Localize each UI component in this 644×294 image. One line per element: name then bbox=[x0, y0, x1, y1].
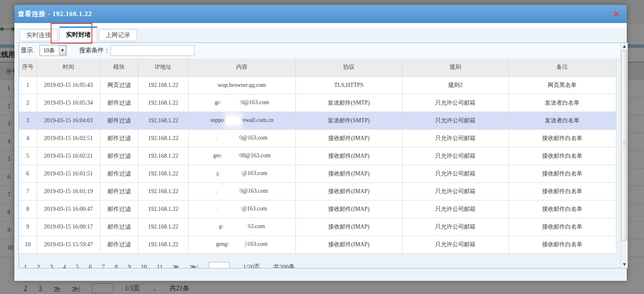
cell-ip: 192.168.1.22 bbox=[138, 76, 188, 94]
page-next[interactable]: ≫ bbox=[173, 263, 180, 268]
cell-protocol: 接收邮件(IMAP) bbox=[295, 218, 402, 236]
scroll-down-icon[interactable]: ▼ bbox=[621, 261, 628, 268]
content-scroll-panel: 显示 10条 ▼ 搜索条件： 序号时间模块IP地址内容协议规则备注 12019-… bbox=[19, 42, 628, 268]
cell-module: 邮件过滤 bbox=[100, 236, 138, 253]
cell-remark: 接收邮件白名单 bbox=[508, 218, 616, 236]
column-header: 规则 bbox=[402, 58, 508, 76]
tab-1[interactable]: 实时连接 bbox=[20, 29, 58, 41]
scrollbar-grip bbox=[623, 142, 626, 145]
page-link[interactable]: 6 bbox=[89, 264, 92, 269]
cell-no: 4 bbox=[19, 129, 37, 147]
page-link[interactable]: 7 bbox=[102, 264, 105, 269]
cell-rule: 只允许公司邮箱 bbox=[402, 218, 508, 236]
cell-remark: 网页黑名单 bbox=[508, 76, 616, 94]
page-input[interactable] bbox=[209, 262, 229, 268]
table-row[interactable]: 52019-03-15 16:02:21邮件过滤192.168.1.22geng… bbox=[19, 147, 616, 165]
column-header: 备注 bbox=[508, 58, 616, 76]
cell-protocol: 发送邮件(SMTP) bbox=[295, 112, 402, 129]
tab-2[interactable]: 实时封堵 bbox=[59, 26, 97, 41]
cell-module: 邮件过滤 bbox=[100, 218, 138, 236]
cell-no: 1 bbox=[19, 76, 37, 94]
cell-protocol: 接收邮件(IMAP) bbox=[295, 200, 402, 218]
cell-ip: 192.168.1.22 bbox=[138, 112, 188, 129]
cell-module: 邮件过滤 bbox=[100, 129, 138, 147]
close-icon[interactable]: ✕ bbox=[613, 9, 620, 19]
tab-bar: 实时连接实时封堵上网记录 bbox=[20, 26, 138, 41]
scroll-up-icon[interactable]: ▲ bbox=[621, 43, 628, 50]
cell-rule: 只允许公司邮箱 bbox=[402, 165, 508, 182]
redaction-blur bbox=[220, 98, 241, 108]
search-input[interactable] bbox=[110, 45, 194, 56]
table-row[interactable]: 92019-03-15 16:00:17邮件过滤192.168.1.22gw16… bbox=[19, 218, 616, 236]
cell-time: 2019-03-15 16:05:34 bbox=[37, 94, 100, 112]
table-row[interactable]: 12019-03-15 16:05:43网页过滤192.168.1.22wup.… bbox=[19, 76, 616, 94]
cell-content: gengw@163.com bbox=[188, 236, 295, 253]
page-link[interactable]: 8 bbox=[115, 264, 118, 269]
cell-module: 网页过滤 bbox=[100, 76, 138, 94]
page-link[interactable]: 4 bbox=[63, 264, 66, 269]
cell-remark: 接收邮件白名单 bbox=[508, 200, 616, 218]
chevron-down-icon[interactable]: ▼ bbox=[59, 46, 66, 55]
column-header: 内容 bbox=[188, 58, 295, 76]
filter-row: 显示 10条 ▼ 搜索条件： bbox=[19, 43, 628, 58]
cell-rule: 只允许公司邮箱 bbox=[402, 112, 508, 129]
cell-content: gw163.com bbox=[188, 218, 295, 236]
cell-module: 邮件过滤 bbox=[100, 147, 138, 165]
cell-time: 2019-03-15 16:04:03 bbox=[37, 112, 100, 129]
cell-content: gen00@163.com bbox=[188, 94, 295, 112]
cell-protocol: 发送邮件(SMTP) bbox=[295, 94, 402, 112]
page-link[interactable]: 10 bbox=[141, 264, 147, 269]
dialog-titlebar: 查看连接 - 192.168.1.22 ✕ bbox=[14, 5, 627, 23]
vertical-scrollbar[interactable]: ▲ ▼ bbox=[621, 43, 628, 268]
cell-ip: 192.168.1.22 bbox=[138, 218, 188, 236]
page-link[interactable]: 3 bbox=[50, 264, 53, 269]
cell-time: 2019-03-15 16:05:43 bbox=[37, 76, 100, 94]
cell-module: 邮件过滤 bbox=[100, 94, 138, 112]
table-row[interactable]: 32019-03-15 16:04:03邮件过滤192.168.1.22supp… bbox=[19, 112, 616, 129]
column-header: 时间 bbox=[37, 58, 100, 76]
table-row[interactable]: 102019-03-15 15:59:47邮件过滤192.168.1.22gen… bbox=[19, 236, 616, 253]
cell-no: 8 bbox=[19, 200, 37, 218]
redaction-blur bbox=[216, 133, 240, 143]
cell-ip: 192.168.1.22 bbox=[138, 165, 188, 182]
pagesize-dropdown[interactable]: 10条 ▼ bbox=[40, 45, 67, 56]
cell-content: g00@163.com bbox=[188, 129, 295, 147]
page-link[interactable]: 5 bbox=[76, 264, 79, 269]
cell-no: 9 bbox=[19, 218, 37, 236]
view-connection-dialog: 查看连接 - 192.168.1.22 ✕ 实时连接实时封堵上网记录 显示 10… bbox=[14, 5, 627, 281]
redaction-blur bbox=[216, 204, 242, 214]
cell-remark: 接收邮件白名单 bbox=[508, 182, 616, 200]
cell-module: 邮件过滤 bbox=[100, 112, 138, 129]
cell-protocol: 接收邮件(IMAP) bbox=[295, 147, 402, 165]
cell-rule: 只允许公司邮箱 bbox=[402, 94, 508, 112]
scrollbar-thumb[interactable] bbox=[621, 50, 627, 240]
cell-protocol: 接收邮件(IMAP) bbox=[295, 129, 402, 147]
table-row[interactable]: 72019-03-15 16:01:19邮件过滤192.168.1.22g00@… bbox=[19, 182, 616, 200]
page-link[interactable]: 1 bbox=[24, 264, 27, 269]
cell-content: geng000@163.com bbox=[188, 147, 295, 165]
cell-no: 10 bbox=[19, 236, 37, 253]
table-row[interactable]: 82019-03-15 16:00:47邮件过滤192.168.1.22g0@1… bbox=[19, 200, 616, 218]
cell-remark: 接收邮件白名单 bbox=[508, 165, 616, 182]
column-header: IP地址 bbox=[138, 58, 188, 76]
cell-no: 6 bbox=[19, 165, 37, 182]
cell-time: 2019-03-15 16:01:51 bbox=[37, 165, 100, 182]
table-row[interactable]: 42019-03-15 16:02:51邮件过滤192.168.1.22g00@… bbox=[19, 129, 616, 147]
column-header: 协议 bbox=[295, 58, 402, 76]
cell-rule: 规则2 bbox=[402, 76, 508, 94]
table-row[interactable]: 62019-03-15 16:01:51邮件过滤192.168.1.22ge0@… bbox=[19, 165, 616, 182]
page-link[interactable]: 2 bbox=[37, 264, 40, 269]
column-header: 模块 bbox=[100, 58, 138, 76]
cell-protocol: 接收邮件(IMAP) bbox=[295, 165, 402, 182]
display-label: 显示 bbox=[21, 47, 33, 54]
page-link[interactable]: 11 bbox=[157, 264, 163, 269]
page-link[interactable]: 9 bbox=[128, 264, 131, 269]
cell-ip: 192.168.1.22 bbox=[138, 182, 188, 200]
page-last[interactable]: ≫| bbox=[190, 263, 199, 268]
table-row[interactable]: 22019-03-15 16:05:34邮件过滤192.168.1.22gen0… bbox=[19, 94, 616, 112]
cell-remark: 接收邮件白名单 bbox=[508, 147, 616, 165]
tab-3[interactable]: 上网记录 bbox=[99, 29, 137, 41]
cell-content: supportirewall.com.cn bbox=[188, 112, 295, 129]
cell-time: 2019-03-15 16:02:51 bbox=[37, 129, 100, 147]
cell-ip: 192.168.1.22 bbox=[138, 147, 188, 165]
